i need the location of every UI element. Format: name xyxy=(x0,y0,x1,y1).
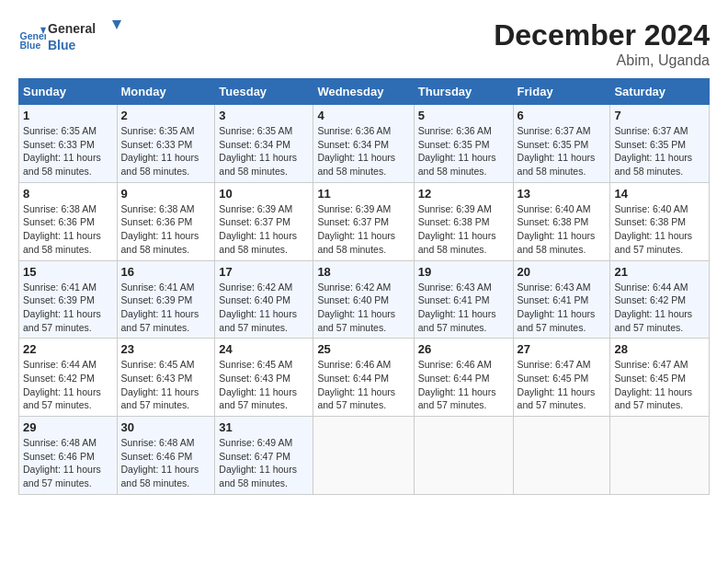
calendar-cell: 7Sunrise: 6:37 AMSunset: 6:35 PMDaylight… xyxy=(610,105,710,183)
day-info: Sunrise: 6:37 AMSunset: 6:35 PMDaylight:… xyxy=(518,124,607,178)
day-number: 17 xyxy=(219,265,309,279)
day-info: Sunrise: 6:40 AMSunset: 6:38 PMDaylight:… xyxy=(614,202,705,257)
day-info: Sunrise: 6:35 AMSunset: 6:34 PMDaylight:… xyxy=(219,124,309,178)
day-number: 12 xyxy=(418,187,509,201)
calendar-cell xyxy=(313,417,414,495)
column-header-sunday: Sunday xyxy=(19,79,118,105)
day-info: Sunrise: 6:43 AMSunset: 6:41 PMDaylight:… xyxy=(518,281,607,335)
calendar-cell: 9Sunrise: 6:38 AMSunset: 6:36 PMDaylight… xyxy=(117,182,215,260)
calendar-title: December 2024 xyxy=(494,18,710,52)
day-info: Sunrise: 6:41 AMSunset: 6:39 PMDaylight:… xyxy=(23,281,113,335)
day-info: Sunrise: 6:41 AMSunset: 6:39 PMDaylight:… xyxy=(121,281,211,335)
day-info: Sunrise: 6:46 AMSunset: 6:44 PMDaylight:… xyxy=(317,358,409,412)
calendar-cell: 3Sunrise: 6:35 AMSunset: 6:34 PMDaylight… xyxy=(215,105,313,183)
day-info: Sunrise: 6:35 AMSunset: 6:33 PMDaylight:… xyxy=(23,124,113,178)
svg-text:Blue: Blue xyxy=(48,38,76,52)
day-number: 14 xyxy=(614,187,705,201)
day-info: Sunrise: 6:47 AMSunset: 6:45 PMDaylight:… xyxy=(614,358,705,412)
column-header-monday: Monday xyxy=(117,79,215,105)
calendar-cell: 19Sunrise: 6:43 AMSunset: 6:41 PMDayligh… xyxy=(414,260,513,339)
day-number: 9 xyxy=(121,187,211,201)
calendar-cell: 14Sunrise: 6:40 AMSunset: 6:38 PMDayligh… xyxy=(610,182,710,260)
calendar-cell: 10Sunrise: 6:39 AMSunset: 6:37 PMDayligh… xyxy=(215,182,313,260)
day-info: Sunrise: 6:38 AMSunset: 6:36 PMDaylight:… xyxy=(23,202,113,257)
calendar-cell: 8Sunrise: 6:38 AMSunset: 6:36 PMDaylight… xyxy=(19,182,118,260)
calendar-cell: 13Sunrise: 6:40 AMSunset: 6:38 PMDayligh… xyxy=(513,182,610,260)
calendar-cell: 23Sunrise: 6:45 AMSunset: 6:43 PMDayligh… xyxy=(117,339,215,417)
day-info: Sunrise: 6:39 AMSunset: 6:37 PMDaylight:… xyxy=(219,202,309,257)
calendar-header-row: SundayMondayTuesdayWednesdayThursdayFrid… xyxy=(19,79,710,105)
calendar-cell: 12Sunrise: 6:39 AMSunset: 6:38 PMDayligh… xyxy=(414,182,513,260)
day-info: Sunrise: 6:39 AMSunset: 6:38 PMDaylight:… xyxy=(418,202,509,257)
day-number: 23 xyxy=(121,342,211,356)
day-number: 19 xyxy=(418,265,509,279)
calendar-cell: 2Sunrise: 6:35 AMSunset: 6:33 PMDaylight… xyxy=(117,105,215,183)
day-info: Sunrise: 6:45 AMSunset: 6:43 PMDaylight:… xyxy=(121,358,211,412)
day-number: 28 xyxy=(614,342,705,356)
day-number: 20 xyxy=(518,265,607,279)
calendar-cell: 11Sunrise: 6:39 AMSunset: 6:37 PMDayligh… xyxy=(313,182,414,260)
day-number: 15 xyxy=(23,265,113,279)
day-info: Sunrise: 6:48 AMSunset: 6:46 PMDaylight:… xyxy=(121,436,211,490)
logo-icon: General Blue xyxy=(18,24,46,52)
day-info: Sunrise: 6:38 AMSunset: 6:36 PMDaylight:… xyxy=(121,202,211,257)
column-header-tuesday: Tuesday xyxy=(215,79,313,105)
calendar-cell: 1Sunrise: 6:35 AMSunset: 6:33 PMDaylight… xyxy=(19,105,118,183)
day-number: 29 xyxy=(23,420,113,434)
calendar-cell: 18Sunrise: 6:42 AMSunset: 6:40 PMDayligh… xyxy=(313,260,414,339)
day-number: 30 xyxy=(121,420,211,434)
calendar-week-row: 15Sunrise: 6:41 AMSunset: 6:39 PMDayligh… xyxy=(19,260,710,339)
day-number: 22 xyxy=(23,342,113,356)
calendar-week-row: 1Sunrise: 6:35 AMSunset: 6:33 PMDaylight… xyxy=(19,105,710,183)
calendar-cell xyxy=(513,417,610,495)
day-info: Sunrise: 6:37 AMSunset: 6:35 PMDaylight:… xyxy=(614,124,705,178)
calendar-cell: 29Sunrise: 6:48 AMSunset: 6:46 PMDayligh… xyxy=(19,417,118,495)
day-number: 27 xyxy=(518,342,607,356)
calendar-cell xyxy=(610,417,710,495)
day-info: Sunrise: 6:36 AMSunset: 6:35 PMDaylight:… xyxy=(418,124,509,178)
day-number: 8 xyxy=(23,187,113,201)
calendar-cell: 21Sunrise: 6:44 AMSunset: 6:42 PMDayligh… xyxy=(610,260,710,339)
calendar-table: SundayMondayTuesdayWednesdayThursdayFrid… xyxy=(18,78,710,495)
day-info: Sunrise: 6:47 AMSunset: 6:45 PMDaylight:… xyxy=(518,358,607,412)
calendar-cell: 5Sunrise: 6:36 AMSunset: 6:35 PMDaylight… xyxy=(414,105,513,183)
calendar-cell: 25Sunrise: 6:46 AMSunset: 6:44 PMDayligh… xyxy=(313,339,414,417)
calendar-cell: 20Sunrise: 6:43 AMSunset: 6:41 PMDayligh… xyxy=(513,260,610,339)
day-number: 2 xyxy=(121,109,211,122)
calendar-subtitle: Abim, Uganda xyxy=(494,52,710,69)
day-info: Sunrise: 6:49 AMSunset: 6:47 PMDaylight:… xyxy=(219,436,309,490)
calendar-week-row: 8Sunrise: 6:38 AMSunset: 6:36 PMDaylight… xyxy=(19,182,710,260)
day-info: Sunrise: 6:44 AMSunset: 6:42 PMDaylight:… xyxy=(614,281,705,335)
column-header-saturday: Saturday xyxy=(610,79,710,105)
day-number: 16 xyxy=(121,265,211,279)
day-info: Sunrise: 6:46 AMSunset: 6:44 PMDaylight:… xyxy=(418,358,509,412)
calendar-week-row: 22Sunrise: 6:44 AMSunset: 6:42 PMDayligh… xyxy=(19,339,710,417)
svg-text:General: General xyxy=(48,21,96,36)
calendar-cell: 28Sunrise: 6:47 AMSunset: 6:45 PMDayligh… xyxy=(610,339,710,417)
day-number: 6 xyxy=(518,109,607,122)
day-number: 10 xyxy=(219,187,309,201)
day-info: Sunrise: 6:36 AMSunset: 6:34 PMDaylight:… xyxy=(317,124,409,178)
day-number: 7 xyxy=(614,109,705,122)
column-header-friday: Friday xyxy=(513,79,610,105)
column-header-thursday: Thursday xyxy=(414,79,513,105)
day-number: 24 xyxy=(219,342,309,356)
column-header-wednesday: Wednesday xyxy=(313,79,414,105)
svg-text:Blue: Blue xyxy=(20,40,41,51)
calendar-cell xyxy=(414,417,513,495)
calendar-cell: 27Sunrise: 6:47 AMSunset: 6:45 PMDayligh… xyxy=(513,339,610,417)
day-number: 26 xyxy=(418,342,509,356)
calendar-cell: 6Sunrise: 6:37 AMSunset: 6:35 PMDaylight… xyxy=(513,105,610,183)
day-info: Sunrise: 6:39 AMSunset: 6:37 PMDaylight:… xyxy=(317,202,409,257)
calendar-cell: 17Sunrise: 6:42 AMSunset: 6:40 PMDayligh… xyxy=(215,260,313,339)
title-block: December 2024 Abim, Uganda xyxy=(494,18,710,69)
calendar-week-row: 29Sunrise: 6:48 AMSunset: 6:46 PMDayligh… xyxy=(19,417,710,495)
day-number: 18 xyxy=(317,265,409,279)
day-number: 11 xyxy=(317,187,409,201)
day-number: 31 xyxy=(219,420,309,434)
day-number: 3 xyxy=(219,109,309,122)
day-info: Sunrise: 6:42 AMSunset: 6:40 PMDaylight:… xyxy=(317,281,409,335)
calendar-cell: 26Sunrise: 6:46 AMSunset: 6:44 PMDayligh… xyxy=(414,339,513,417)
calendar-cell: 30Sunrise: 6:48 AMSunset: 6:46 PMDayligh… xyxy=(117,417,215,495)
day-number: 1 xyxy=(23,109,113,122)
